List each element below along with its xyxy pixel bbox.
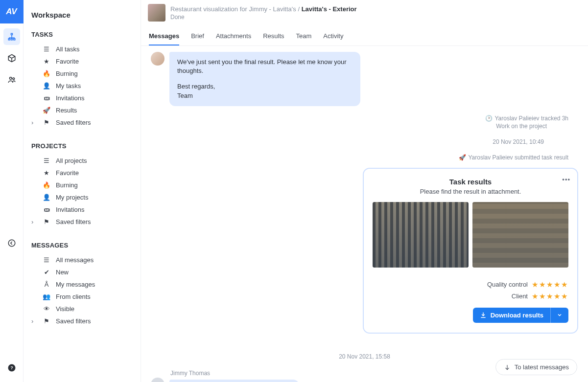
svg-text:?: ? [10,365,13,370]
nav-label: Burning [56,181,78,189]
task-status: Done [170,14,357,21]
tabs: Messages Brief Attachments Results Team … [148,28,578,45]
star-icon: ★★★★★ [532,292,568,301]
breadcrumb[interactable]: Restaurant visualization for Jimmy - Lav… [170,5,357,13]
nav-label: All projects [56,157,87,164]
nav-label: Results [56,107,77,114]
svg-rect-0 [11,33,12,35]
to-latest-messages-button[interactable]: To latest messages [495,359,577,375]
breadcrumb-parent[interactable]: Restaurant visualization for Jimmy - Lav… [170,5,296,13]
timestamp: 20 Nov 2021, 10:49 [151,138,544,145]
nav-label: New [56,269,69,276]
result-title: Task results [373,178,568,186]
brand-logo[interactable]: AV [0,0,24,23]
nav-label: Saved filters [56,317,91,325]
svg-rect-1 [8,39,10,40]
collapse-icon[interactable] [3,235,20,251]
tab-brief[interactable]: Brief [191,28,204,45]
message-line: Best regards, [177,82,353,91]
project-avatar[interactable] [148,4,165,22]
activity-submitted: 🚀Yaroslav Palieiev submitted task result [151,154,568,161]
nav-label: Invitations [56,206,85,213]
button-label: To latest messages [515,363,569,371]
arrow-down-icon [504,364,511,371]
nav-favorite-tasks[interactable]: ★Favorite [31,55,134,67]
nav-from-clients[interactable]: 👥From clients [31,291,134,303]
section-messages-header: MESSAGES [31,242,134,249]
tab-messages[interactable]: Messages [149,28,179,45]
nav-results-tasks[interactable]: 🚀Results [31,104,134,116]
breadcrumb-sep: / [298,5,300,13]
activity-tracked: 🕑Yaroslav Palieiev tracked 3h Work on th… [151,115,568,130]
nav-label: Burning [56,70,78,77]
nav-saved-filters-tasks[interactable]: ›⚑Saved filters [31,116,134,129]
svg-point-5 [12,78,14,80]
download-results-button[interactable]: Download results [473,308,568,323]
svg-rect-2 [11,39,12,40]
nav-my-messages[interactable]: ÅMy messages [31,278,134,291]
more-icon[interactable]: ••• [562,176,570,183]
nav-my-tasks[interactable]: 👤My tasks [31,80,134,92]
nav-label: My projects [56,194,88,201]
rocket-icon: 🚀 [459,154,466,161]
message-bubble[interactable]: We've just sent you the final result. Pl… [169,52,360,106]
nav-burning-tasks[interactable]: 🔥Burning [31,67,134,80]
download-icon [480,312,487,318]
breadcrumb-current: Lavitta's - Exterior [302,5,357,13]
task-header: Restaurant visualization for Jimmy - Lav… [141,0,588,46]
tab-attachments[interactable]: Attachments [216,28,251,45]
button-label: Download results [491,312,543,319]
nav-visible[interactable]: 👁Visible [31,303,134,315]
nav-all-tasks[interactable]: ☰All tasks [31,43,134,55]
left-rail: AV ? [0,0,24,382]
chevron-down-icon [557,312,563,318]
clock-icon: 🕑 [485,115,493,122]
result-image-1[interactable] [373,202,469,268]
nav-label: Saved filters [56,119,91,126]
nav-label: From clients [56,293,91,300]
nav-new-messages[interactable]: ✔New [31,266,134,278]
section-projects-header: PROJECTS [31,142,134,150]
help-icon[interactable]: ? [3,360,20,376]
nav-label: Saved filters [56,218,91,225]
nav-team-icon[interactable] [3,71,20,88]
nav-my-projects[interactable]: 👤My projects [31,191,134,203]
nav-invitations-projects[interactable]: 🎟Invitations [31,203,134,216]
tab-results[interactable]: Results [263,28,284,45]
nav-saved-filters-projects[interactable]: ›⚑Saved filters [31,216,134,228]
result-image-2[interactable] [472,202,568,268]
nav-label: Invitations [56,94,85,102]
tab-activity[interactable]: Activity [323,28,343,45]
rating-quality: Quality control ★★★★★ [487,280,568,289]
result-subtitle: Please find the result in attachment. [373,188,568,195]
message-row: Looks great! Thanks for your work on thi… [151,378,578,382]
nav-label: My messages [56,281,95,288]
nav-invitations-tasks[interactable]: 🎟Invitations [31,92,134,104]
nav-burning-projects[interactable]: 🔥Burning [31,179,134,191]
sender-avatar[interactable] [151,52,165,66]
nav-workspace-icon[interactable] [3,28,20,45]
svg-point-6 [8,240,15,247]
sidebar: Workspace TASKS ☰All tasks ★Favorite 🔥Bu… [24,0,141,382]
nav-all-projects[interactable]: ☰All projects [31,155,134,167]
nav-label: Visible [56,305,74,313]
workspace-title: Workspace [31,11,134,19]
nav-all-messages[interactable]: ☰All messages [31,254,134,266]
nav-cube-icon[interactable] [3,50,20,67]
tab-team[interactable]: Team [296,28,312,45]
task-result-card: ••• Task results Please find the result … [363,168,578,334]
message-thread[interactable]: We've just sent you the final result. Pl… [141,46,588,382]
section-tasks-header: TASKS [31,31,134,38]
nav-label: All messages [56,256,94,264]
message-row: We've just sent you the final result. Pl… [151,52,578,106]
rating-client: Client ★★★★★ [512,292,568,301]
nav-favorite-projects[interactable]: ★Favorite [31,167,134,179]
sender-avatar[interactable] [151,378,165,382]
star-icon: ★★★★★ [532,280,568,289]
message-bubble[interactable]: Looks great! Thanks for your work on thi… [169,380,300,382]
nav-label: Favorite [56,58,79,65]
nav-label: Favorite [56,169,79,177]
download-dropdown[interactable] [550,308,568,323]
nav-label: My tasks [56,82,81,90]
nav-saved-filters-messages[interactable]: ›⚑Saved filters [31,315,134,327]
